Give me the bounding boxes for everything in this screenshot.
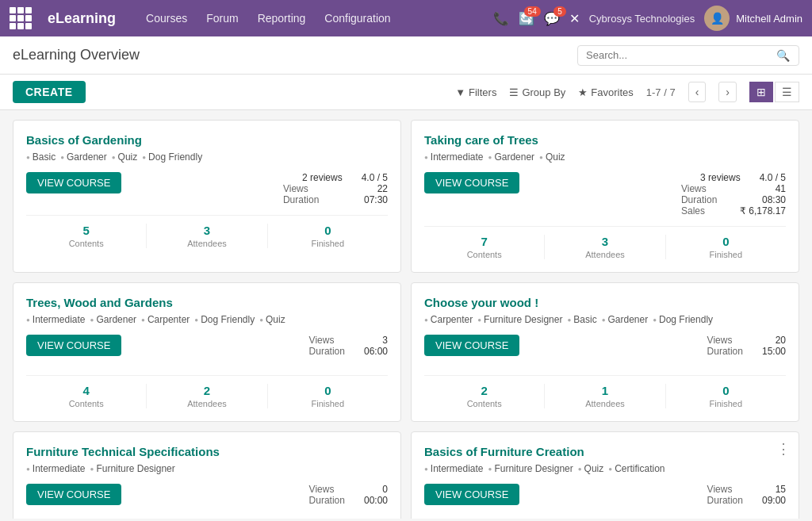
tag: Intermediate bbox=[26, 314, 86, 325]
finished-label: Finished bbox=[666, 399, 786, 408]
views-value: 20 bbox=[776, 335, 786, 346]
filter-icon: ▼ bbox=[455, 86, 465, 98]
duration-row: Duration09:00 bbox=[707, 495, 786, 506]
views-value: 0 bbox=[382, 484, 388, 495]
reviews-value: 2 reviews bbox=[302, 172, 343, 183]
finished-label: Finished bbox=[268, 239, 388, 248]
nav-configuration[interactable]: Configuration bbox=[316, 9, 398, 28]
favorites-button[interactable]: ★ Favorites bbox=[578, 86, 633, 98]
tag: Dog Friendly bbox=[194, 314, 255, 325]
tag: Certification bbox=[608, 463, 665, 474]
finished-stat: 0 Finished bbox=[268, 384, 388, 408]
next-page-button[interactable]: › bbox=[718, 82, 737, 102]
contents-stat: 2 Contents bbox=[424, 384, 545, 408]
course-title[interactable]: Taking care of Trees bbox=[424, 133, 786, 147]
view-course-button[interactable]: VIEW COURSE bbox=[26, 172, 121, 193]
reviews-row: 2 reviews4.0 / 5 bbox=[283, 172, 388, 183]
view-course-button[interactable]: VIEW COURSE bbox=[424, 335, 519, 356]
attendees-num: 3 bbox=[545, 235, 665, 248]
tag: Carpenter bbox=[141, 314, 190, 325]
duration-value: 06:00 bbox=[364, 346, 388, 357]
nav-reporting[interactable]: Reporting bbox=[250, 9, 314, 28]
filters-button[interactable]: ▼ Filters bbox=[455, 86, 496, 98]
prev-page-button[interactable]: ‹ bbox=[688, 82, 707, 102]
groupby-label: Group By bbox=[522, 86, 565, 98]
apps-menu-button[interactable] bbox=[10, 7, 32, 29]
sales-value: ₹ 6,178.17 bbox=[740, 205, 786, 216]
finished-label: Finished bbox=[666, 250, 786, 259]
course-title[interactable]: Basics of Gardening bbox=[26, 133, 388, 147]
tag: Intermediate bbox=[424, 151, 484, 163]
grid-view-button[interactable]: ⊞ bbox=[749, 82, 773, 102]
course-card: Furniture Technical Specifications Inter… bbox=[13, 431, 401, 519]
views-label: Views bbox=[707, 484, 733, 495]
card-footer: 7 Contents 3 Attendees 0 Finished bbox=[424, 226, 786, 259]
attendees-stat: 3 Attendees bbox=[147, 224, 267, 248]
attendees-num: 2 bbox=[147, 384, 266, 397]
user-menu[interactable]: 👤 Mitchell Admin bbox=[704, 6, 802, 31]
nav-courses[interactable]: Courses bbox=[138, 9, 195, 28]
list-view-button[interactable]: ☰ bbox=[775, 82, 799, 102]
view-course-button[interactable]: VIEW COURSE bbox=[26, 335, 121, 356]
view-course-button[interactable]: VIEW COURSE bbox=[26, 484, 121, 505]
contents-stat: 5 Contents bbox=[26, 224, 147, 248]
contents-num: 7 bbox=[424, 235, 544, 248]
duration-value: 08:30 bbox=[762, 194, 786, 205]
groupby-icon: ☰ bbox=[509, 86, 519, 98]
finished-stat: 0 Finished bbox=[666, 384, 786, 408]
views-value: 41 bbox=[776, 183, 786, 194]
user-avatar: 👤 bbox=[704, 6, 730, 31]
activity-icon[interactable]: 🔄 54 bbox=[519, 11, 534, 26]
course-title[interactable]: Furniture Technical Specifications bbox=[26, 445, 388, 458]
attendees-stat: 1 Attendees bbox=[545, 384, 665, 408]
finished-stat: 0 Finished bbox=[268, 224, 388, 248]
attendees-stat: 2 Attendees bbox=[147, 384, 267, 408]
search-icon: 🔍 bbox=[776, 49, 790, 62]
tag: Furniture Designer bbox=[477, 314, 562, 325]
finished-num: 0 bbox=[666, 384, 786, 397]
views-label: Views bbox=[283, 183, 308, 194]
tag: Quiz bbox=[112, 151, 138, 163]
tag: Gardener bbox=[90, 314, 137, 325]
views-label: Views bbox=[707, 335, 733, 346]
create-button[interactable]: CREATE bbox=[13, 81, 86, 103]
finished-stat: 0 Finished bbox=[666, 235, 786, 259]
duration-row: Duration06:00 bbox=[309, 346, 388, 357]
favorites-label: Favorites bbox=[591, 86, 633, 98]
duration-row: Duration15:00 bbox=[707, 346, 786, 357]
duration-value: 00:00 bbox=[364, 495, 388, 506]
course-title[interactable]: Basics of Furniture Creation bbox=[424, 445, 786, 458]
tag: Dog Friendly bbox=[142, 151, 202, 163]
view-course-button[interactable]: VIEW COURSE bbox=[424, 484, 519, 505]
contents-num: 2 bbox=[424, 384, 544, 397]
search-bar[interactable]: 🔍 bbox=[577, 45, 799, 66]
close-icon[interactable]: ✕ bbox=[569, 11, 580, 26]
contents-label: Contents bbox=[26, 239, 146, 248]
course-card: Taking care of Trees IntermediateGardene… bbox=[411, 120, 799, 273]
nav-forum[interactable]: Forum bbox=[198, 9, 246, 28]
course-title[interactable]: Trees, Wood and Gardens bbox=[26, 296, 388, 309]
search-input[interactable] bbox=[586, 49, 776, 61]
phone-icon[interactable]: 📞 bbox=[493, 11, 509, 26]
card-menu-button[interactable]: ⋮ bbox=[776, 440, 791, 458]
duration-label: Duration bbox=[309, 495, 345, 506]
view-course-button[interactable]: VIEW COURSE bbox=[424, 172, 519, 193]
course-title[interactable]: Choose your wood ! bbox=[424, 296, 786, 309]
messages-icon[interactable]: 💬 5 bbox=[544, 11, 560, 26]
courses-grid: Basics of Gardening BasicGardenerQuizDog… bbox=[13, 120, 799, 519]
tag: Gardener bbox=[602, 314, 649, 325]
views-label: Views bbox=[681, 183, 707, 194]
tag: Carpenter bbox=[424, 314, 473, 325]
contents-stat: 7 Contents bbox=[424, 235, 545, 259]
messages-badge: 5 bbox=[553, 6, 566, 17]
reviews-row: 3 reviews4.0 / 5 bbox=[681, 172, 786, 183]
finished-label: Finished bbox=[268, 399, 388, 408]
contents-num: 5 bbox=[26, 224, 146, 237]
groupby-button[interactable]: ☰ Group By bbox=[509, 86, 565, 98]
tag: Furniture Designer bbox=[90, 463, 175, 474]
tag: Basic bbox=[567, 314, 596, 325]
course-tags: IntermediateFurniture Designer bbox=[26, 463, 388, 474]
tag: Basic bbox=[26, 151, 56, 163]
finished-num: 0 bbox=[666, 235, 786, 248]
page-header: eLearning Overview 🔍 bbox=[0, 36, 812, 75]
